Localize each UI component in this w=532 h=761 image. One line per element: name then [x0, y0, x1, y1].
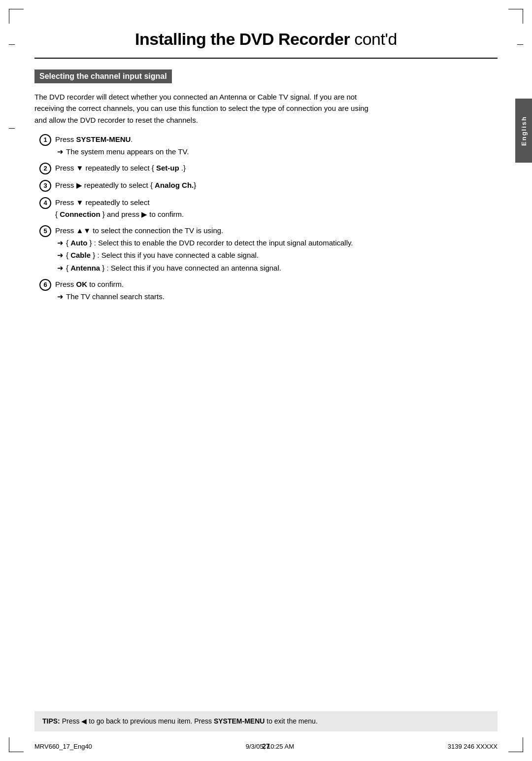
corner-mark-tl: [9, 9, 24, 24]
step-1: 1 Press SYSTEM-MENU. ➜ The system menu a…: [39, 134, 498, 158]
step2-text: Press ▼ repeatedly to select { Set-up .}: [55, 164, 186, 172]
tick-left-mid: [9, 128, 15, 129]
step5-arrow3: ➜ { Antenna } : Select this if you have …: [57, 262, 498, 274]
step1-text: Press SYSTEM-MENU.: [55, 135, 133, 143]
step5-auto-text: { Auto } : Select this to enable the DVD…: [66, 237, 353, 248]
title-text-part1: Installing the DVD Recorder: [135, 30, 350, 48]
step-content-1: Press SYSTEM-MENU. ➜ The system menu app…: [55, 134, 498, 158]
arrow-icon-6: ➜: [57, 291, 64, 302]
steps-container: 1 Press SYSTEM-MENU. ➜ The system menu a…: [39, 134, 498, 303]
main-content: Installing the DVD Recorder cont'd Selec…: [34, 30, 498, 722]
tick-right-top: [517, 44, 523, 45]
step-content-3: Press ▶ repeatedly to select { Analog Ch…: [55, 179, 498, 191]
page-number-value: 27: [262, 742, 270, 750]
tips-text: Press ◀ to go back to previous menu item…: [62, 717, 318, 725]
step-number-1: 1: [39, 134, 51, 146]
step-content-5: Press ▲▼ to select the connection the TV…: [55, 225, 498, 274]
step-6: 6 Press OK to confirm. ➜ The TV channel …: [39, 278, 498, 303]
step5-arrow1: ➜ { Auto } : Select this to enable the D…: [57, 237, 498, 248]
step-content-6: Press OK to confirm. ➜ The TV channel se…: [55, 278, 498, 303]
page-title: Installing the DVD Recorder cont'd: [34, 30, 498, 49]
step6-arrow: ➜ The TV channel search starts.: [57, 291, 498, 302]
step-number-3: 3: [39, 180, 51, 192]
step-number-5: 5: [39, 225, 51, 237]
step1-arrow-text: The system menu appears on the TV.: [66, 146, 189, 157]
tips-section: TIPS: Press ◀ to go back to previous men…: [34, 711, 498, 731]
step-4: 4 Press ▼ repeatedly to select{ Connecti…: [39, 197, 498, 220]
step6-arrow-text: The TV channel search starts.: [66, 291, 165, 302]
step3-text: Press ▶ repeatedly to select { Analog Ch…: [55, 181, 196, 189]
step5-text: Press ▲▼ to select the connection the TV…: [55, 226, 223, 235]
corner-mark-tr: [508, 9, 523, 24]
page: English Installing the DVD Recorder cont…: [0, 0, 532, 761]
arrow-icon-5a: ➜: [57, 237, 64, 248]
step5-antenna-text: { Antenna } : Select this if you have co…: [66, 262, 281, 274]
step-number-2: 2: [39, 163, 51, 174]
step4-text: Press ▼ repeatedly to select{ Connection…: [55, 198, 184, 218]
arrow-icon-5c: ➜: [57, 262, 64, 274]
step-5: 5 Press ▲▼ to select the connection the …: [39, 225, 498, 274]
section-header: Selecting the channel input signal: [34, 69, 172, 83]
arrow-icon-1: ➜: [57, 146, 64, 157]
tick-left-top: [9, 44, 15, 45]
step-number-6: 6: [39, 279, 51, 291]
step-content-2: Press ▼ repeatedly to select { Set-up .}: [55, 162, 498, 173]
english-sidebar: English: [515, 99, 532, 163]
tips-label: TIPS:: [42, 717, 60, 725]
step6-text: Press OK to confirm.: [55, 280, 124, 288]
step5-cable-text: { Cable } : Select this if you have conn…: [66, 249, 259, 261]
step-content-4: Press ▼ repeatedly to select{ Connection…: [55, 197, 498, 220]
sidebar-label: English: [520, 116, 528, 146]
step-2: 2 Press ▼ repeatedly to select { Set-up …: [39, 162, 498, 174]
arrow-icon-5b: ➜: [57, 249, 64, 261]
step1-arrow: ➜ The system menu appears on the TV.: [57, 146, 498, 157]
page-number: 27: [0, 742, 532, 750]
step5-arrow2: ➜ { Cable } : Select this if you have co…: [57, 249, 498, 261]
step-3: 3 Press ▶ repeatedly to select { Analog …: [39, 179, 498, 192]
title-text-part2: cont'd: [354, 30, 397, 48]
title-rule: [34, 58, 498, 59]
intro-text: The DVD recorder will detect whether you…: [34, 91, 369, 126]
step-number-4: 4: [39, 197, 51, 209]
